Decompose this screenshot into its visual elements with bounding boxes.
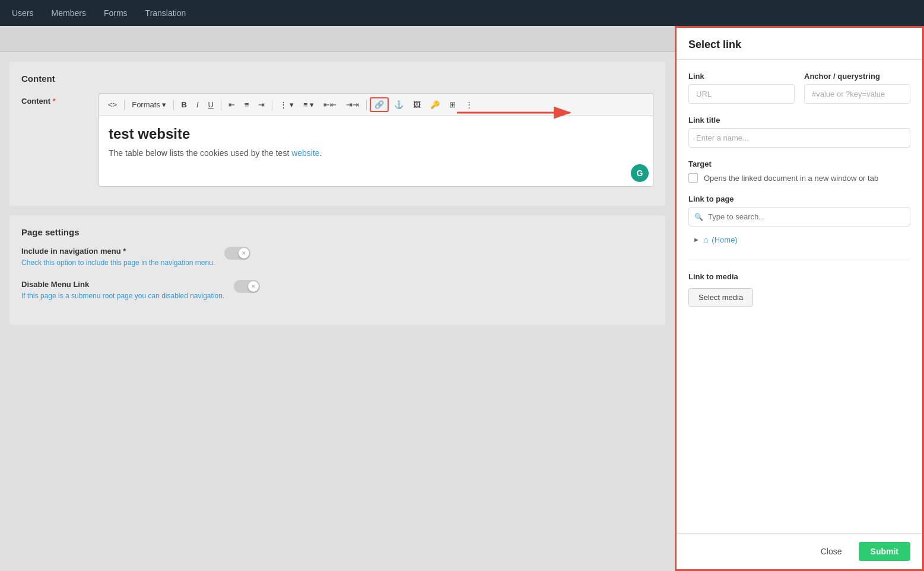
anchor-btn[interactable]: ⚓ bbox=[390, 98, 408, 111]
key-btn[interactable]: 🔑 bbox=[426, 98, 444, 111]
nav-forms[interactable]: Forms bbox=[104, 6, 128, 20]
main-area: Content Content * <> Formats ▾ B bbox=[0, 26, 924, 571]
link-title-input[interactable] bbox=[688, 128, 910, 148]
bold-btn[interactable]: B bbox=[177, 98, 190, 111]
toolbar-sep-4 bbox=[272, 100, 272, 110]
top-nav: Users Members Forms Translation bbox=[0, 0, 924, 26]
target-label: Target bbox=[688, 160, 910, 168]
table-btn[interactable]: ⊞ bbox=[445, 98, 460, 111]
disable-menu-row: Disable Menu Link If this page is a subm… bbox=[21, 280, 653, 301]
left-panel: Content Content * <> Formats ▾ B bbox=[0, 26, 675, 571]
list-btn[interactable]: ⋮ ▾ bbox=[275, 98, 298, 111]
secondary-toolbar bbox=[0, 26, 675, 52]
link-label: Link bbox=[688, 72, 795, 81]
home-icon: ⌂ bbox=[703, 235, 708, 244]
page-search-input[interactable] bbox=[688, 207, 910, 227]
target-checkbox[interactable] bbox=[688, 173, 698, 183]
disable-menu-toggle[interactable]: ✕ bbox=[234, 280, 260, 293]
content-section: Content Content * <> Formats ▾ B bbox=[9, 62, 665, 206]
link-title-label: Link title bbox=[688, 116, 910, 125]
panel-footer: Close Submit bbox=[677, 533, 922, 569]
image-btn[interactable]: 🖼 bbox=[409, 98, 425, 111]
anchor-col: Anchor / querystring bbox=[804, 72, 910, 104]
underline-btn[interactable]: U bbox=[204, 98, 218, 111]
page-settings-title: Page settings bbox=[21, 227, 653, 237]
italic-btn[interactable]: I bbox=[192, 98, 203, 111]
link-to-page-group: Link to page 🔍 ► ⌂ (Home) bbox=[688, 194, 910, 248]
tree-arrow: ► bbox=[693, 236, 700, 243]
indent-btn[interactable]: ⇥⇥ bbox=[342, 98, 363, 111]
select-link-panel: Select link Link Anchor / querystring Li… bbox=[675, 26, 924, 571]
close-button[interactable]: Close bbox=[811, 542, 852, 561]
link-col: Link bbox=[688, 72, 795, 104]
toolbar-sep-5 bbox=[366, 100, 367, 110]
editor-container: <> Formats ▾ B I U ⇤ ≡ ⇥ ⋮ ▾ bbox=[99, 93, 653, 187]
align-right-btn[interactable]: ⇥ bbox=[254, 98, 269, 111]
editor-area-wrap: <> Formats ▾ B I U ⇤ ≡ ⇥ ⋮ ▾ bbox=[99, 93, 653, 187]
editor-heading: test website bbox=[109, 126, 643, 142]
toolbar-sep-2 bbox=[173, 100, 174, 110]
editor-paragraph: The table below lists the cookies used b… bbox=[109, 147, 643, 160]
link-input[interactable] bbox=[688, 84, 795, 104]
toolbar-sep-1 bbox=[124, 100, 125, 110]
nav-translation[interactable]: Translation bbox=[145, 6, 186, 20]
outdent-btn[interactable]: ⇤⇤ bbox=[319, 98, 341, 111]
editor-body[interactable]: test website The table below lists the c… bbox=[99, 116, 653, 187]
disable-menu-title: Disable Menu Link bbox=[21, 280, 224, 289]
grammarly-badge[interactable]: G bbox=[631, 164, 649, 182]
code-btn[interactable]: <> bbox=[104, 98, 121, 111]
anchor-input[interactable] bbox=[804, 84, 910, 104]
link-btn[interactable]: 🔗 bbox=[370, 97, 389, 112]
tree-home-label: (Home) bbox=[712, 235, 737, 244]
disable-menu-desc: If this page is a submenu root page you … bbox=[21, 291, 224, 301]
disable-menu-text: Disable Menu Link If this page is a subm… bbox=[21, 280, 224, 301]
content-field-label: Content * bbox=[21, 93, 99, 106]
panel-divider bbox=[688, 260, 910, 260]
submit-button[interactable]: Submit bbox=[859, 542, 910, 561]
formats-btn[interactable]: Formats ▾ bbox=[128, 98, 170, 111]
link-title-group: Link title bbox=[688, 116, 910, 148]
anchor-label: Anchor / querystring bbox=[804, 72, 910, 81]
toggle-knob-1: ✕ bbox=[239, 248, 249, 259]
link-anchor-row: Link Anchor / querystring bbox=[688, 72, 910, 104]
include-nav-title: Include in navigation menu * bbox=[21, 247, 215, 256]
include-nav-text: Include in navigation menu * Check this … bbox=[21, 247, 215, 268]
nav-users[interactable]: Users bbox=[12, 6, 34, 20]
more-btn[interactable]: ⋮ bbox=[461, 98, 477, 111]
ordered-list-btn[interactable]: ≡ ▾ bbox=[299, 98, 318, 111]
content-field-row: Content * <> Formats ▾ B I U bbox=[21, 93, 653, 187]
include-nav-desc: Check this option to include this page i… bbox=[21, 258, 215, 268]
panel-title: Select link bbox=[688, 39, 910, 51]
select-media-button[interactable]: Select media bbox=[688, 288, 753, 307]
page-search-wrap: 🔍 bbox=[688, 207, 910, 227]
include-nav-row: Include in navigation menu * Check this … bbox=[21, 247, 653, 268]
nav-members[interactable]: Members bbox=[52, 6, 86, 20]
required-marker: * bbox=[53, 97, 56, 106]
link-to-media-group: Link to media Select media bbox=[688, 272, 910, 307]
target-group: Target Opens the linked document in a ne… bbox=[688, 160, 910, 183]
target-checkbox-row: Opens the linked document in a new windo… bbox=[688, 173, 910, 183]
search-icon: 🔍 bbox=[694, 213, 703, 221]
toggle-knob-2: ✕ bbox=[248, 281, 259, 292]
align-left-btn[interactable]: ⇤ bbox=[224, 98, 239, 111]
panel-header: Select link bbox=[677, 28, 922, 60]
link-to-media-label: Link to media bbox=[688, 272, 910, 281]
tree-home-item[interactable]: ► ⌂ (Home) bbox=[688, 231, 910, 248]
toolbar-sep-3 bbox=[221, 100, 221, 110]
panel-body: Link Anchor / querystring Link title Tar… bbox=[677, 60, 922, 533]
align-center-btn[interactable]: ≡ bbox=[240, 98, 253, 111]
page-settings-section: Page settings Include in navigation menu… bbox=[9, 215, 665, 325]
link-to-page-label: Link to page bbox=[688, 194, 910, 203]
content-section-title: Content bbox=[21, 74, 653, 84]
target-checkbox-label: Opens the linked document in a new windo… bbox=[704, 174, 878, 183]
include-nav-toggle[interactable]: ✕ bbox=[224, 247, 250, 260]
editor-toolbar: <> Formats ▾ B I U ⇤ ≡ ⇥ ⋮ ▾ bbox=[99, 93, 653, 116]
